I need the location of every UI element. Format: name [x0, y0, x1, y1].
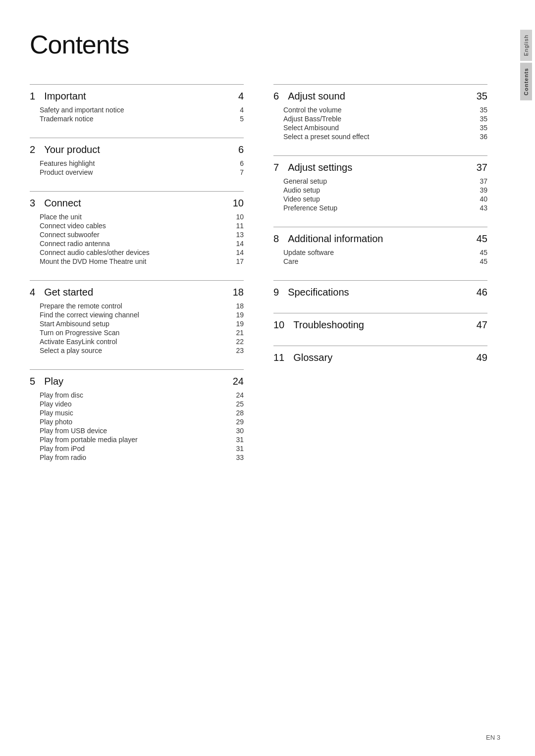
toc-item-label: General setup — [283, 177, 327, 185]
toc-item: Select Ambisound35 — [283, 124, 487, 132]
section-divider-2 — [30, 138, 244, 138]
toc-item: Play video25 — [40, 400, 244, 408]
page-title: Contents — [30, 30, 487, 59]
toc-item-page: 43 — [480, 204, 487, 212]
section-divider-4 — [30, 280, 244, 281]
section-divider-1 — [30, 84, 244, 85]
footer-text: EN 3 — [486, 734, 500, 741]
section-title-11: Glossary — [293, 352, 477, 363]
section-2: 2Your product6Features highlight6Product… — [30, 138, 244, 176]
toc-item-page: 14 — [236, 249, 244, 256]
section-page-9: 46 — [477, 287, 487, 298]
section-number-4: 4 — [30, 287, 35, 298]
page: English Contents Contents 1Important4Saf… — [0, 0, 535, 756]
toc-item: Connect audio cables/other devices14 — [40, 249, 244, 256]
toc-item: Connect radio antenna14 — [40, 240, 244, 248]
section-divider-8 — [273, 227, 487, 227]
section-title-8: Additional information — [288, 233, 477, 245]
two-column-layout: 1Important4Safety and important notice4T… — [30, 84, 487, 476]
section-page-2: 6 — [238, 144, 244, 155]
toc-item: Audio setup39 — [283, 186, 487, 194]
section-title-10: Troubleshooting — [293, 319, 477, 331]
section-number-2: 2 — [30, 144, 35, 155]
section-items-3: Place the unit10Connect video cables11Co… — [30, 213, 244, 265]
section-title-3: Connect — [44, 198, 233, 209]
toc-item: Play photo29 — [40, 418, 244, 426]
section-header-1: 1Important4 — [30, 91, 244, 102]
section-5: 5Play24Play from disc24Play video25Play … — [30, 369, 244, 461]
toc-item: Video setup40 — [283, 195, 487, 203]
side-tab-english: English — [520, 30, 532, 61]
toc-item: Connect subwoofer13 — [40, 231, 244, 239]
toc-item: Mount the DVD Home Theatre unit17 — [40, 257, 244, 265]
toc-item-label: Play from portable media player — [40, 436, 138, 444]
toc-item-page: 10 — [236, 213, 244, 221]
toc-item: Connect video cables11 — [40, 222, 244, 230]
toc-item-label: Features highlight — [40, 159, 95, 167]
toc-item: Play from iPod31 — [40, 445, 244, 453]
toc-item-label: Product overview — [40, 168, 93, 176]
toc-item-label: Connect radio antenna — [40, 240, 110, 248]
section-divider-3 — [30, 191, 244, 192]
toc-item: Select a play source23 — [40, 347, 244, 354]
toc-item-label: Activate EasyLink control — [40, 338, 117, 346]
section-title-7: Adjust settings — [288, 162, 477, 173]
toc-item-page: 23 — [236, 347, 244, 354]
toc-item: Start Ambisound setup19 — [40, 320, 244, 328]
toc-item-page: 18 — [236, 302, 244, 310]
toc-item-label: Mount the DVD Home Theatre unit — [40, 257, 146, 265]
toc-item-page: 14 — [236, 240, 244, 248]
toc-item-page: 7 — [240, 168, 244, 176]
section-title-1: Important — [44, 91, 238, 102]
section-4: 4Get started18Prepare the remote control… — [30, 280, 244, 354]
toc-item-page: 11 — [236, 222, 244, 230]
toc-item: Control the volume35 — [283, 106, 487, 114]
section-8: 8Additional information45Update software… — [273, 227, 487, 265]
section-page-3: 10 — [233, 198, 244, 209]
section-items-6: Control the volume35Adjust Bass/Treble35… — [273, 106, 487, 141]
section-header-10: 10Troubleshooting47 — [273, 319, 487, 331]
section-page-6: 35 — [477, 91, 487, 102]
section-number-9: 9 — [273, 287, 279, 298]
toc-item-label: Select a play source — [40, 347, 102, 354]
toc-item: Turn on Progressive Scan21 — [40, 329, 244, 337]
toc-item-page: 17 — [236, 257, 244, 265]
toc-item-page: 30 — [236, 427, 244, 435]
right-column: 6Adjust sound35Control the volume35Adjus… — [273, 84, 487, 476]
section-header-5: 5Play24 — [30, 376, 244, 387]
toc-item-label: Connect video cables — [40, 222, 106, 230]
toc-item-label: Update software — [283, 249, 334, 256]
section-page-5: 24 — [233, 376, 244, 387]
section-7: 7Adjust settings37General setup37Audio s… — [273, 155, 487, 212]
toc-item-page: 39 — [480, 186, 487, 194]
toc-item-label: Play from iPod — [40, 445, 85, 453]
section-header-7: 7Adjust settings37 — [273, 162, 487, 173]
toc-item-label: Find the correct viewing channel — [40, 311, 139, 319]
section-3: 3Connect10Place the unit10Connect video … — [30, 191, 244, 265]
toc-item: Prepare the remote control18 — [40, 302, 244, 310]
toc-item-label: Video setup — [283, 195, 320, 203]
section-divider-7 — [273, 155, 487, 156]
section-items-8: Update software45Care45 — [273, 249, 487, 265]
toc-item-label: Play from USB device — [40, 427, 107, 435]
toc-item-page: 19 — [236, 320, 244, 328]
section-items-5: Play from disc24Play video25Play music28… — [30, 391, 244, 461]
toc-item-label: Safety and important notice — [40, 106, 124, 114]
toc-item-page: 25 — [236, 400, 244, 408]
toc-item-page: 33 — [236, 454, 244, 461]
side-tabs: English Contents — [517, 0, 535, 102]
section-title-9: Specifications — [288, 287, 477, 298]
section-divider-9 — [273, 280, 487, 281]
section-number-3: 3 — [30, 198, 35, 209]
section-11: 11Glossary49 — [273, 346, 487, 363]
toc-item-page: 13 — [236, 231, 244, 239]
toc-item: Product overview7 — [40, 168, 244, 176]
section-title-6: Adjust sound — [288, 91, 477, 102]
section-page-8: 45 — [477, 233, 487, 245]
toc-item-page: 28 — [236, 409, 244, 417]
toc-item-label: Adjust Bass/Treble — [283, 115, 341, 123]
section-number-6: 6 — [273, 91, 279, 102]
toc-item-page: 4 — [240, 106, 244, 114]
section-divider-5 — [30, 369, 244, 370]
toc-item-label: Connect audio cables/other devices — [40, 249, 150, 256]
